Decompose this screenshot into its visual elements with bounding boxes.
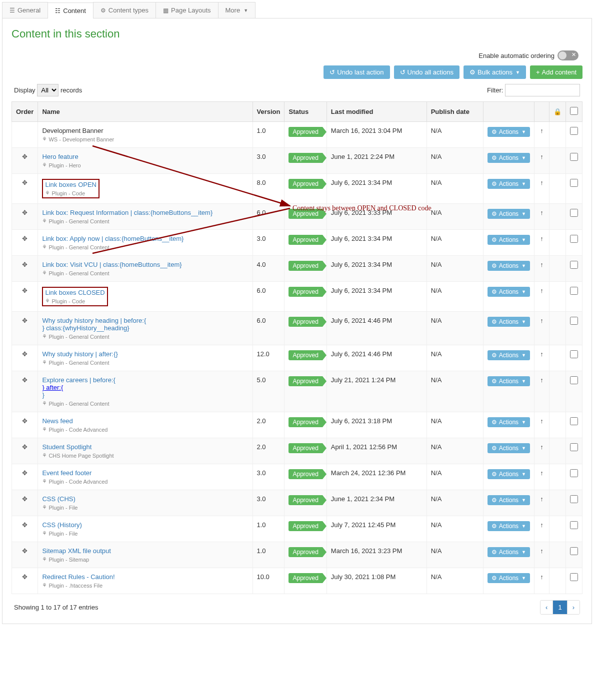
content-name-link[interactable]: Student Spotlight xyxy=(42,443,92,451)
row-checkbox[interactable] xyxy=(570,127,578,135)
move-up-icon[interactable]: ↑ xyxy=(540,235,544,242)
tab-page-layouts[interactable]: ▦Page Layouts xyxy=(156,2,218,18)
header-order[interactable]: Order xyxy=(12,102,38,122)
content-name-link[interactable]: Link box: Request Information | class:{h… xyxy=(42,209,212,216)
page-next[interactable]: › xyxy=(568,601,580,614)
move-up-icon[interactable]: ↑ xyxy=(540,209,544,216)
move-up-icon[interactable]: ↑ xyxy=(540,287,544,294)
content-name-link[interactable]: Link box: Visit VCU | class:{homeButtons… xyxy=(42,261,182,268)
row-checkbox[interactable] xyxy=(570,261,578,269)
tab-content[interactable]: ☷Content xyxy=(48,2,94,18)
row-checkbox[interactable] xyxy=(570,179,578,187)
filter-input[interactable] xyxy=(505,84,580,96)
actions-button[interactable]: ⚙Actions▼ xyxy=(488,261,530,271)
drag-handle[interactable]: ✥ xyxy=(12,345,38,371)
row-checkbox[interactable] xyxy=(570,376,578,384)
undo-all-button[interactable]: ↺Undo all actions xyxy=(394,65,460,79)
row-checkbox[interactable] xyxy=(570,153,578,161)
drag-handle[interactable]: ✥ xyxy=(12,230,38,256)
undo-last-button[interactable]: ↺Undo last action xyxy=(324,65,390,79)
content-name-link[interactable]: News feed xyxy=(42,417,72,425)
move-up-icon[interactable]: ↑ xyxy=(540,495,544,503)
drag-handle[interactable]: ✥ xyxy=(12,438,38,464)
drag-handle[interactable]: ✥ xyxy=(12,148,38,174)
actions-button[interactable]: ⚙Actions▼ xyxy=(488,443,530,453)
row-checkbox[interactable] xyxy=(570,495,578,503)
move-up-icon[interactable]: ↑ xyxy=(540,376,544,384)
content-name-link[interactable]: Link boxes CLOSED xyxy=(45,289,104,296)
drag-handle[interactable]: ✥ xyxy=(12,174,38,204)
move-up-icon[interactable]: ↑ xyxy=(540,350,544,358)
actions-button[interactable]: ⚙Actions▼ xyxy=(488,521,530,531)
drag-handle[interactable]: ✥ xyxy=(12,516,38,542)
header-name[interactable]: Name xyxy=(38,102,252,122)
actions-button[interactable]: ⚙Actions▼ xyxy=(488,153,530,163)
actions-button[interactable]: ⚙Actions▼ xyxy=(488,417,530,427)
content-name-link[interactable]: CSS (CHS) xyxy=(42,495,75,503)
drag-handle[interactable]: ✥ xyxy=(12,256,38,282)
move-up-icon[interactable]: ↑ xyxy=(540,153,544,160)
move-up-icon[interactable]: ↑ xyxy=(540,179,544,186)
content-name-link[interactable]: Redirect Rules - Caution! xyxy=(42,573,114,581)
row-checkbox[interactable] xyxy=(570,235,578,243)
tab-more[interactable]: More▼ xyxy=(218,2,256,18)
content-name-link[interactable]: Hero feature xyxy=(42,153,78,160)
add-content-button[interactable]: +Add content xyxy=(530,65,582,79)
move-up-icon[interactable]: ↑ xyxy=(540,443,544,451)
header-version[interactable]: Version xyxy=(252,102,284,122)
move-up-icon[interactable]: ↑ xyxy=(540,547,544,555)
drag-handle[interactable]: ✥ xyxy=(12,464,38,490)
content-name-link[interactable]: Link box: Apply now | class:{homeButtons… xyxy=(42,235,184,242)
content-name-link[interactable]: Why study history heading | before:{} cl… xyxy=(42,317,248,340)
content-name-link[interactable]: Sitemap XML file output xyxy=(42,547,111,555)
drag-handle[interactable]: ✥ xyxy=(12,282,38,312)
drag-handle[interactable]: ✥ xyxy=(12,490,38,516)
row-checkbox[interactable] xyxy=(570,317,578,325)
tab-general[interactable]: ☰General xyxy=(2,2,48,18)
row-checkbox[interactable] xyxy=(570,417,578,425)
actions-button[interactable]: ⚙Actions▼ xyxy=(488,235,530,245)
row-checkbox[interactable] xyxy=(570,573,578,581)
header-status[interactable]: Status xyxy=(284,102,326,122)
row-checkbox[interactable] xyxy=(570,443,578,451)
move-up-icon[interactable]: ↑ xyxy=(540,127,544,134)
auto-order-toggle[interactable] xyxy=(558,50,578,60)
actions-button[interactable]: ⚙Actions▼ xyxy=(488,317,530,327)
content-name-link[interactable]: Explore careers | before:{} after:{} xyxy=(42,376,248,399)
drag-handle[interactable]: ✥ xyxy=(12,412,38,438)
display-select[interactable]: All xyxy=(37,84,58,96)
content-name-link[interactable]: CSS (History) xyxy=(42,521,82,529)
move-up-icon[interactable]: ↑ xyxy=(540,417,544,425)
move-up-icon[interactable]: ↑ xyxy=(540,317,544,324)
actions-button[interactable]: ⚙Actions▼ xyxy=(488,495,530,505)
drag-handle[interactable]: ✥ xyxy=(12,371,38,412)
page-1[interactable]: 1 xyxy=(553,601,567,614)
row-checkbox[interactable] xyxy=(570,547,578,555)
actions-button[interactable]: ⚙Actions▼ xyxy=(488,469,530,479)
row-checkbox[interactable] xyxy=(570,469,578,477)
drag-handle[interactable]: ✥ xyxy=(12,568,38,594)
row-checkbox[interactable] xyxy=(570,350,578,358)
content-name-link[interactable]: Event feed footer xyxy=(42,469,92,477)
header-last-modified[interactable]: Last modified xyxy=(326,102,426,122)
move-up-icon[interactable]: ↑ xyxy=(540,573,544,581)
actions-button[interactable]: ⚙Actions▼ xyxy=(488,376,530,386)
move-up-icon[interactable]: ↑ xyxy=(540,469,544,477)
actions-button[interactable]: ⚙Actions▼ xyxy=(488,179,530,189)
move-up-icon[interactable]: ↑ xyxy=(540,521,544,529)
drag-handle[interactable]: ✥ xyxy=(12,204,38,230)
content-name-link[interactable]: Why study history | after:{} xyxy=(42,350,118,358)
header-publish-date[interactable]: Publish date xyxy=(426,102,483,122)
page-prev[interactable]: ‹ xyxy=(540,601,553,614)
actions-button[interactable]: ⚙Actions▼ xyxy=(488,350,530,360)
bulk-actions-button[interactable]: ⚙Bulk actions▼ xyxy=(464,65,526,79)
tab-content-types[interactable]: ⚙Content types xyxy=(93,2,156,18)
select-all-checkbox[interactable] xyxy=(570,107,578,115)
row-checkbox[interactable] xyxy=(570,209,578,217)
move-up-icon[interactable]: ↑ xyxy=(540,261,544,268)
content-name-link[interactable]: Link boxes OPEN xyxy=(45,181,96,188)
drag-handle[interactable]: ✥ xyxy=(12,542,38,568)
row-checkbox[interactable] xyxy=(570,521,578,529)
actions-button[interactable]: ⚙Actions▼ xyxy=(488,209,530,219)
actions-button[interactable]: ⚙Actions▼ xyxy=(488,573,530,583)
